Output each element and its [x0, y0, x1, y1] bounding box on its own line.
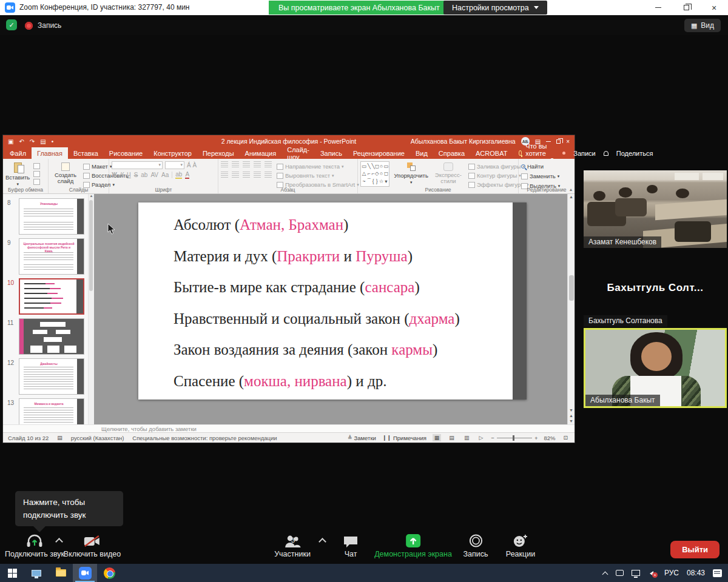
normal-view-button[interactable]: ▦: [433, 434, 442, 441]
underline-button[interactable]: Ч: [127, 172, 131, 178]
align-center-icon[interactable]: [232, 172, 239, 178]
save-icon[interactable]: ▣: [8, 138, 13, 145]
ppt-restore-icon[interactable]: [556, 139, 561, 144]
clock[interactable]: 08:43: [687, 569, 705, 577]
char-spacing-button[interactable]: AV: [150, 172, 158, 178]
tab-review[interactable]: Рецензирование: [348, 147, 410, 159]
zoom-taskbar-button[interactable]: [73, 564, 97, 582]
format-painter-icon[interactable]: [33, 179, 40, 185]
hidden-icons-chevron[interactable]: [602, 570, 608, 576]
find-button[interactable]: Найти: [521, 162, 572, 170]
font-grow-shrink[interactable]: А́ А̀: [187, 162, 197, 169]
tab-record[interactable]: Запись: [315, 147, 348, 159]
file-explorer-button[interactable]: [49, 564, 73, 582]
record-button[interactable]: Запись: [463, 532, 488, 558]
notes-pane[interactable]: Щелкните, чтобы добавить заметки: [3, 424, 575, 432]
zoom-in-icon[interactable]: +: [534, 435, 538, 441]
ppt-close-icon[interactable]: ×: [566, 138, 570, 145]
vertical-scrollbar[interactable]: ▲ ▼▲▼: [567, 194, 575, 424]
slideshow-view-button[interactable]: ▷: [477, 434, 485, 441]
scrollbar-thumb[interactable]: [569, 275, 574, 301]
zoom-slider[interactable]: − +: [491, 435, 538, 441]
security-shield-icon[interactable]: ✓: [6, 19, 17, 30]
tab-slideshow[interactable]: Слайд-шоу: [281, 147, 315, 159]
video-tile-abylkhanova-active-speaker[interactable]: Абылханова Бакыт: [584, 328, 727, 408]
increase-indent-icon[interactable]: [254, 161, 261, 167]
highlight-button[interactable]: ab: [175, 171, 182, 179]
restore-button[interactable]: [672, 0, 700, 15]
close-button[interactable]: ×: [700, 0, 728, 15]
scroll-up-icon[interactable]: ▲: [568, 195, 575, 199]
cut-icon[interactable]: [33, 163, 40, 169]
fit-slide-button[interactable]: ⊡: [561, 434, 570, 441]
customize-toolbar-icon[interactable]: •: [52, 138, 54, 145]
participants-options-chevron[interactable]: [320, 537, 326, 543]
columns-icon[interactable]: [265, 172, 272, 178]
slide-sorter-view-button[interactable]: ▤: [447, 434, 456, 441]
leave-button[interactable]: Выйти: [670, 541, 720, 558]
font-size-select[interactable]: [165, 161, 184, 169]
view-settings-button[interactable]: Настройки просмотра: [443, 1, 547, 15]
display-tray-icon[interactable]: [616, 570, 624, 576]
comments-toggle[interactable]: ❙❙Примечания: [382, 434, 426, 442]
spellcheck-icon[interactable]: ▤: [57, 435, 62, 441]
text-direction-button[interactable]: Направление текста▾: [277, 162, 359, 170]
tab-view[interactable]: Вид: [410, 147, 433, 159]
ppt-minimize-icon[interactable]: [546, 141, 551, 142]
text-shadow-button[interactable]: ab: [141, 172, 147, 178]
replace-button[interactable]: Заменить▾: [521, 172, 572, 180]
tab-help[interactable]: Справка: [433, 147, 470, 159]
share-button[interactable]: Поделиться: [616, 150, 653, 157]
decrease-indent-icon[interactable]: [243, 161, 250, 167]
join-audio-button[interactable]: Подключить звук: [5, 532, 64, 558]
slide-nav-buttons[interactable]: ▼▲▼: [568, 407, 575, 424]
tab-acrobat[interactable]: ACROBAT: [470, 147, 513, 159]
accessibility-status[interactable]: Специальные возможности: проверьте реком…: [132, 435, 277, 441]
audio-options-chevron[interactable]: [56, 537, 62, 543]
account-name[interactable]: Абылханова Бакыт Киргизгалиевна: [411, 138, 516, 145]
tab-file[interactable]: Файл: [4, 147, 32, 159]
line-spacing-icon[interactable]: [265, 161, 272, 167]
network-icon[interactable]: [632, 570, 640, 576]
italic-button[interactable]: К: [120, 172, 124, 178]
notification-center-icon[interactable]: [713, 569, 722, 577]
video-tile-azamat[interactable]: Азамат Кенешбеков: [584, 170, 727, 248]
notes-toggle[interactable]: ≜Заметки: [348, 434, 376, 442]
undo-icon[interactable]: ↶: [19, 138, 24, 145]
tab-transitions[interactable]: Переходы: [197, 147, 240, 159]
start-button[interactable]: [0, 564, 24, 582]
strikethrough-button[interactable]: S: [134, 172, 138, 178]
justify-icon[interactable]: [254, 172, 261, 178]
slide-canvas[interactable]: Абсолют (Атман, Брахман) Материя и дух (…: [94, 194, 567, 424]
thumbnail-scrollbar[interactable]: ▲: [88, 194, 94, 424]
slide-thumbnail-panel[interactable]: 8 Упанишады 9 Центральные понятия индийс…: [3, 194, 94, 424]
align-right-icon[interactable]: [243, 172, 250, 178]
participants-button[interactable]: 3 Участники: [274, 532, 311, 558]
current-slide[interactable]: Абсолют (Атман, Брахман) Материя и дух (…: [138, 202, 527, 400]
bold-button[interactable]: Ж: [112, 172, 117, 178]
minimize-button[interactable]: [644, 0, 672, 15]
tab-home[interactable]: Главная: [32, 147, 68, 159]
tab-insert[interactable]: Вставка: [68, 147, 104, 159]
quick-styles-button[interactable]: Экспресс-стили: [433, 161, 464, 186]
font-color-button[interactable]: А: [185, 171, 189, 179]
numbering-icon[interactable]: [232, 161, 239, 167]
start-presentation-icon[interactable]: ▤: [40, 138, 46, 145]
arrange-button[interactable]: Упорядочить ▾: [394, 161, 428, 186]
paste-button[interactable]: Вставить ▾: [5, 161, 30, 186]
zoom-level[interactable]: 82%: [544, 435, 555, 441]
change-case-button[interactable]: Aa: [161, 172, 169, 178]
collapse-ribbon-icon[interactable]: ▴: [570, 187, 572, 192]
shapes-gallery[interactable]: ▭╲╲◻○▭ △⌐⌐◇○◻ ~⌒{}☆▾: [360, 161, 389, 187]
zoom-out-icon[interactable]: −: [491, 435, 494, 441]
video-tile-bakhytgul[interactable]: Бахытгуль Солт... Бахытгуль Солтанова: [584, 249, 727, 327]
taskbar-pc-button[interactable]: [24, 564, 49, 582]
speaker-muted-icon[interactable]: ×: [648, 569, 656, 577]
align-text-button[interactable]: Выровнять текст▾: [277, 172, 359, 179]
reactions-button[interactable]: Реакции: [506, 532, 535, 558]
font-name-select[interactable]: [112, 161, 163, 169]
tab-draw[interactable]: Рисование: [104, 147, 148, 159]
tab-animations[interactable]: Анимация: [240, 147, 282, 159]
zoom-slider-thumb[interactable]: [513, 435, 514, 441]
tab-design[interactable]: Конструктор: [148, 147, 197, 159]
